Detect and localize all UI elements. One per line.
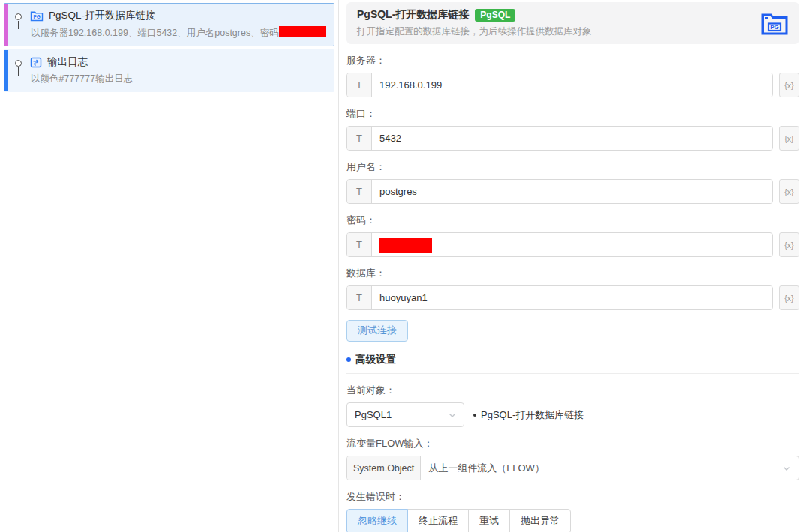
summary-text: 以颜色#777777输出日志 bbox=[31, 73, 133, 84]
note-dot-icon bbox=[473, 414, 476, 417]
port-input[interactable] bbox=[372, 127, 772, 150]
chevron-down-icon bbox=[782, 464, 791, 473]
on-error-option-throw[interactable]: 抛出异常 bbox=[509, 509, 571, 532]
username-input[interactable] bbox=[372, 180, 772, 203]
variable-picker-button[interactable]: {x} bbox=[779, 126, 800, 151]
current-object-value: PgSQL1 bbox=[355, 409, 392, 420]
node-anchor-icon bbox=[15, 60, 22, 67]
on-error-button-group: 忽略继续 终止流程 重试 抛出异常 bbox=[346, 509, 571, 532]
note-text: PgSQL-打开数据库链接 bbox=[481, 408, 584, 422]
on-error-option-retry[interactable]: 重试 bbox=[468, 509, 510, 532]
flow-node-summary: 以服务器192.168.0.199、端口5432、用户名postgres、密码、… bbox=[31, 26, 326, 40]
flow-input-select[interactable]: System.Object 从上一组件流入（FLOW） bbox=[346, 456, 800, 480]
variable-picker-button[interactable]: {x} bbox=[779, 285, 800, 310]
component-title: PgSQL-打开数据库链接 bbox=[357, 8, 469, 22]
redacted-password-block bbox=[279, 26, 326, 37]
node-accent-bar bbox=[4, 4, 8, 46]
flow-list-panel: PG PgSQL-打开数据库链接 以服务器192.168.0.199、端口543… bbox=[0, 0, 339, 532]
redacted-password-block bbox=[380, 238, 432, 253]
node-accent-bar bbox=[4, 50, 8, 91]
pg-folder-large-icon: PG bbox=[760, 11, 789, 36]
output-log-icon bbox=[30, 57, 42, 68]
variable-picker-button[interactable]: {x} bbox=[779, 232, 800, 257]
type-toggle-T[interactable]: T bbox=[347, 127, 372, 150]
server-input[interactable] bbox=[372, 73, 772, 97]
flow-node-pgsql-open[interactable]: PG PgSQL-打开数据库链接 以服务器192.168.0.199、端口543… bbox=[4, 3, 334, 46]
flow-node-output-log[interactable]: 输出日志 以颜色#777777输出日志 bbox=[4, 49, 334, 92]
svg-text:PG: PG bbox=[770, 24, 779, 31]
port-field-group: T {x} bbox=[346, 126, 800, 151]
type-toggle-T[interactable]: T bbox=[347, 180, 372, 203]
advanced-settings-header: 高级设置 bbox=[346, 353, 800, 374]
flow-node-summary: 以颜色#777777输出日志 bbox=[31, 73, 326, 85]
node-anchor-icon bbox=[15, 13, 22, 20]
current-object-select[interactable]: PgSQL1 bbox=[346, 402, 464, 427]
field-label-current-object: 当前对象： bbox=[346, 384, 800, 397]
field-label-username: 用户名： bbox=[346, 160, 800, 174]
variable-picker-button[interactable]: {x} bbox=[779, 73, 800, 97]
flow-node-title: 输出日志 bbox=[47, 55, 88, 69]
component-description: 打开指定配置的数据库链接，为后续操作提供数据库对象 bbox=[357, 25, 592, 38]
username-field-group: T {x} bbox=[346, 179, 800, 204]
field-label-flow-input: 流变量FLOW输入： bbox=[346, 437, 800, 450]
config-header: PgSQL-打开数据库链接 PgSQL 打开指定配置的数据库链接，为后续操作提供… bbox=[346, 2, 800, 44]
database-field-group: T {x} bbox=[346, 285, 800, 310]
component-type-badge: PgSQL bbox=[475, 9, 515, 22]
advanced-settings-title: 高级设置 bbox=[356, 353, 396, 366]
variable-picker-button[interactable]: {x} bbox=[779, 179, 800, 204]
type-toggle-T[interactable]: T bbox=[347, 286, 372, 309]
app-window: PG PgSQL-打开数据库链接 以服务器192.168.0.199、端口543… bbox=[0, 0, 804, 532]
flow-input-value: 从上一组件流入（FLOW） bbox=[421, 462, 782, 475]
chevron-down-icon bbox=[448, 411, 457, 420]
summary-text: 以服务器192.168.0.199、端口5432、用户名postgres、密码 bbox=[31, 28, 279, 38]
flow-input-type: System.Object bbox=[347, 456, 421, 480]
on-error-option-terminate[interactable]: 终止流程 bbox=[407, 509, 469, 532]
component-config-panel: PgSQL-打开数据库链接 PgSQL 打开指定配置的数据库链接，为后续操作提供… bbox=[339, 0, 804, 532]
password-input[interactable] bbox=[372, 235, 772, 246]
server-field-group: T {x} bbox=[346, 73, 800, 97]
field-label-password: 密码： bbox=[346, 214, 800, 227]
field-label-on-error: 发生错误时： bbox=[346, 490, 800, 504]
field-label-port: 端口： bbox=[346, 107, 800, 121]
type-toggle-T[interactable]: T bbox=[347, 233, 372, 256]
password-field-group: T {x} bbox=[346, 232, 800, 257]
current-object-note: PgSQL-打开数据库链接 bbox=[473, 408, 584, 422]
svg-text:PG: PG bbox=[33, 14, 40, 19]
section-dot-icon bbox=[346, 357, 351, 362]
database-input[interactable] bbox=[372, 286, 772, 309]
type-toggle-T[interactable]: T bbox=[347, 73, 372, 97]
flow-node-title: PgSQL-打开数据库链接 bbox=[49, 9, 156, 22]
pg-folder-icon: PG bbox=[30, 10, 44, 22]
field-label-server: 服务器： bbox=[346, 54, 800, 67]
test-connection-button[interactable]: 测试连接 bbox=[346, 320, 408, 342]
on-error-option-ignore[interactable]: 忽略继续 bbox=[346, 509, 408, 532]
field-label-database: 数据库： bbox=[346, 267, 800, 280]
